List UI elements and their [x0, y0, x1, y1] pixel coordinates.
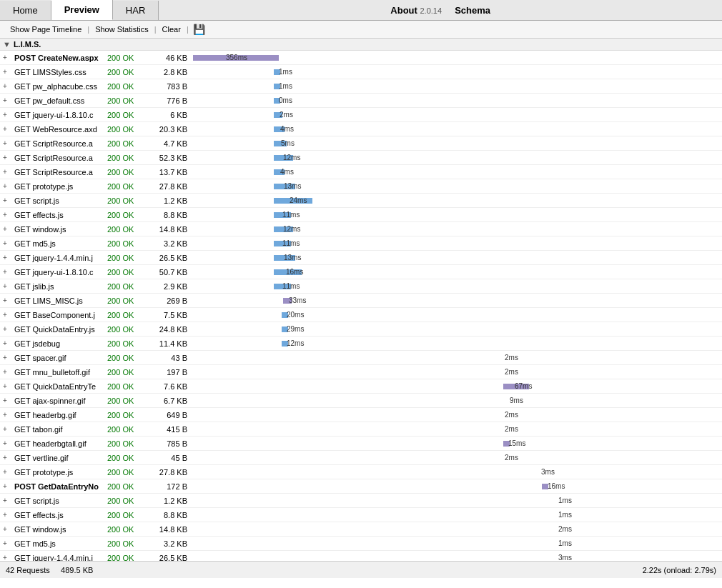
- row-timeline: 4ms: [190, 122, 722, 136]
- row-toggle[interactable]: +: [0, 537, 11, 551]
- page-timeline-button[interactable]: Show Page Timeline: [6, 24, 86, 35]
- table-row[interactable]: +GET mnu_bulletoff.gif200 OK197 B2ms: [0, 365, 722, 379]
- row-size: 13.7 KB: [144, 165, 190, 179]
- row-toggle[interactable]: +: [0, 522, 11, 537]
- row-status: 200 OK: [104, 122, 144, 136]
- row-status: 200 OK: [104, 251, 144, 265]
- table-row[interactable]: +GET ScriptResource.a200 OK4.7 KB5ms: [0, 136, 722, 151]
- table-row[interactable]: +GET ScriptResource.a200 OK13.7 KB4ms: [0, 165, 722, 179]
- row-timeline: 1ms: [190, 508, 722, 522]
- row-toggle[interactable]: +: [0, 179, 11, 194]
- table-row[interactable]: +GET window.js200 OK14.8 KB12ms: [0, 222, 722, 236]
- row-size: 27.8 KB: [144, 179, 190, 194]
- row-toggle[interactable]: +: [0, 108, 11, 122]
- table-row[interactable]: +GET script.js200 OK1.2 KB24ms: [0, 194, 722, 208]
- row-timeline: 1ms: [190, 65, 722, 79]
- table-row[interactable]: +GET headerbgtall.gif200 OK785 B15ms: [0, 437, 722, 451]
- export-icon[interactable]: 💾: [193, 24, 205, 35]
- table-row[interactable]: +GET prototype.js200 OK27.8 KB3ms: [0, 465, 722, 479]
- row-timeline: 2ms: [190, 108, 722, 122]
- table-row[interactable]: +GET QuickDataEntryTe200 OK7.6 KB67ms: [0, 379, 722, 394]
- row-toggle[interactable]: +: [0, 322, 11, 337]
- table-row[interactable]: +GET LIMSStyles.css200 OK2.8 KB1ms: [0, 65, 722, 79]
- row-toggle[interactable]: +: [0, 94, 11, 108]
- row-toggle[interactable]: +: [0, 394, 11, 408]
- table-row[interactable]: +GET effects.js200 OK8.8 KB1ms: [0, 508, 722, 522]
- row-toggle[interactable]: +: [0, 194, 11, 208]
- row-size: 6 KB: [144, 108, 190, 122]
- table-row[interactable]: +GET jsdebug200 OK11.4 KB12ms: [0, 337, 722, 351]
- row-toggle[interactable]: +: [0, 422, 11, 437]
- row-size: 20.3 KB: [144, 122, 190, 136]
- tab-preview[interactable]: Preview: [51, 0, 113, 20]
- table-row[interactable]: +GET md5.js200 OK3.2 KB1ms: [0, 537, 722, 551]
- table-row[interactable]: +GET headerbg.gif200 OK649 B2ms: [0, 408, 722, 422]
- row-toggle[interactable]: +: [0, 379, 11, 394]
- row-toggle[interactable]: +: [0, 465, 11, 479]
- row-method-name: GET pw_default.css: [11, 94, 104, 108]
- table-row[interactable]: +GET tabon.gif200 OK415 B2ms: [0, 422, 722, 437]
- row-toggle[interactable]: +: [0, 251, 11, 265]
- tab-home[interactable]: Home: [0, 1, 51, 20]
- row-toggle[interactable]: +: [0, 265, 11, 279]
- row-toggle[interactable]: +: [0, 136, 11, 151]
- row-toggle[interactable]: +: [0, 236, 11, 251]
- row-toggle[interactable]: +: [0, 494, 11, 508]
- row-toggle[interactable]: +: [0, 365, 11, 379]
- row-toggle[interactable]: +: [0, 279, 11, 294]
- table-row[interactable]: +GET jslib.js200 OK2.9 KB11ms: [0, 279, 722, 294]
- table-row[interactable]: +GET vertline.gif200 OK45 B2ms: [0, 451, 722, 465]
- row-toggle[interactable]: +: [0, 351, 11, 365]
- table-row[interactable]: +GET effects.js200 OK8.8 KB11ms: [0, 208, 722, 222]
- row-toggle[interactable]: +: [0, 208, 11, 222]
- table-row[interactable]: +GET QuickDataEntry.js200 OK24.8 KB29ms: [0, 322, 722, 337]
- row-toggle[interactable]: +: [0, 79, 11, 94]
- row-method-name: GET prototype.js: [11, 179, 104, 194]
- table-row[interactable]: +GET jquery-1.4.4.min.j200 OK26.5 KB3ms: [0, 551, 722, 562]
- row-toggle[interactable]: +: [0, 451, 11, 465]
- group-toggle[interactable]: ▼: [3, 40, 11, 49]
- clear-button[interactable]: Clear: [158, 24, 185, 35]
- row-toggle[interactable]: +: [0, 165, 11, 179]
- table-row[interactable]: +GET LIMS_MISC.js200 OK269 B33ms: [0, 294, 722, 308]
- row-status: 200 OK: [104, 365, 144, 379]
- row-toggle[interactable]: +: [0, 308, 11, 322]
- table-row[interactable]: +GET jquery-ui-1.8.10.c200 OK50.7 KB16ms: [0, 265, 722, 279]
- separator-1: |: [87, 25, 89, 34]
- tab-har[interactable]: HAR: [113, 1, 159, 20]
- row-toggle[interactable]: +: [0, 551, 11, 562]
- nav-schema[interactable]: Schema: [455, 5, 490, 16]
- table-row[interactable]: +GET window.js200 OK14.8 KB2ms: [0, 522, 722, 537]
- row-toggle[interactable]: +: [0, 408, 11, 422]
- row-size: 2.8 KB: [144, 65, 190, 79]
- row-timeline: 2ms: [190, 451, 722, 465]
- row-size: 783 B: [144, 79, 190, 94]
- row-toggle[interactable]: +: [0, 122, 11, 136]
- table-row[interactable]: +GET script.js200 OK1.2 KB1ms: [0, 494, 722, 508]
- table-row[interactable]: +POST CreateNew.aspx200 OK46 KB356ms: [0, 51, 722, 65]
- table-row[interactable]: +POST GetDataEntryNo200 OK172 B16ms: [0, 479, 722, 494]
- table-row[interactable]: +GET ajax-spinner.gif200 OK6.7 KB9ms: [0, 394, 722, 408]
- table-row[interactable]: +GET jquery-ui-1.8.10.c200 OK6 KB2ms: [0, 108, 722, 122]
- table-row[interactable]: +GET pw_alphacube.css200 OK783 B1ms: [0, 79, 722, 94]
- row-toggle[interactable]: +: [0, 479, 11, 494]
- row-toggle[interactable]: +: [0, 437, 11, 451]
- statistics-button[interactable]: Show Statistics: [91, 24, 153, 35]
- table-row[interactable]: +GET BaseComponent.j200 OK7.5 KB20ms: [0, 308, 722, 322]
- table-row[interactable]: +GET md5.js200 OK3.2 KB11ms: [0, 236, 722, 251]
- table-row[interactable]: +GET jquery-1.4.4.min.j200 OK26.5 KB13ms: [0, 251, 722, 265]
- row-toggle[interactable]: +: [0, 65, 11, 79]
- row-toggle[interactable]: +: [0, 151, 11, 165]
- table-row[interactable]: +GET ScriptResource.a200 OK52.3 KB12ms: [0, 151, 722, 165]
- row-toggle[interactable]: +: [0, 508, 11, 522]
- table-row[interactable]: +GET spacer.gif200 OK43 B2ms: [0, 351, 722, 365]
- row-toggle[interactable]: +: [0, 337, 11, 351]
- table-row[interactable]: +GET WebResource.axd200 OK20.3 KB4ms: [0, 122, 722, 136]
- row-toggle[interactable]: +: [0, 51, 11, 65]
- row-method-name: GET effects.js: [11, 508, 104, 522]
- table-row[interactable]: +GET pw_default.css200 OK776 B0ms: [0, 94, 722, 108]
- row-toggle[interactable]: +: [0, 294, 11, 308]
- row-toggle[interactable]: +: [0, 222, 11, 236]
- row-timeline: 2ms: [190, 408, 722, 422]
- table-row[interactable]: +GET prototype.js200 OK27.8 KB13ms: [0, 179, 722, 194]
